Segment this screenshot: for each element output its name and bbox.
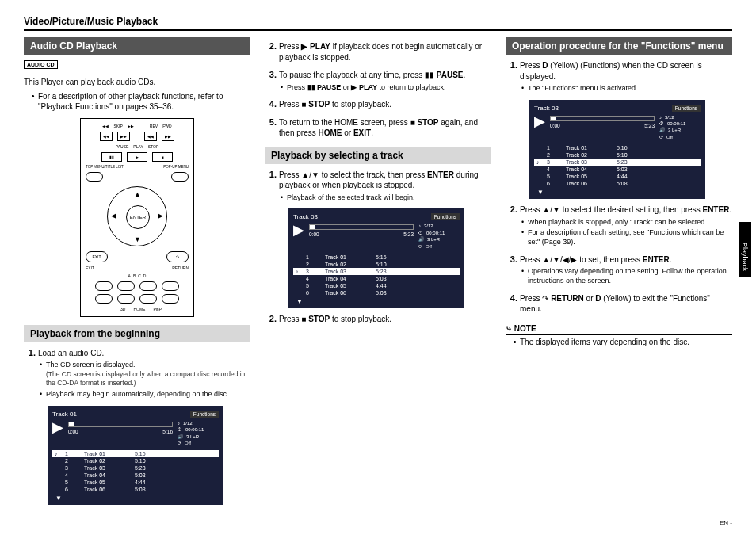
column-1: Audio CD Playback AUDIO CD This Player c… <box>24 37 250 510</box>
step-2: Press ▶ PLAY if playback does not begin … <box>279 40 491 63</box>
func-step-4: Press ↷ RETURN or D (Yellow) to exit the… <box>520 292 732 315</box>
badge-audio-cd: AUDIO CD <box>24 60 58 69</box>
step-5: To return to the HOME screen, press ■ ST… <box>279 117 491 139</box>
func-step-1: Press D (Yellow) (Functions) when the CD… <box>520 59 732 94</box>
side-tab: Playback <box>739 222 751 277</box>
cd-screen-3: Track 03Functions ▶ 0:005:23 ♪3/12⏱00:00… <box>529 100 705 200</box>
subheading-select-track: Playback by selecting a track <box>265 147 491 164</box>
intro-text: This Player can play back audio CDs. <box>24 77 250 88</box>
column-2: Press ▶ PLAY if playback does not begin … <box>265 37 491 510</box>
cd-screen-2: Track 03Functions ▶ 0:005:23 ♪3/12⏱00:00… <box>288 208 464 308</box>
remote-diagram: ◀◀ SKIP ▶▶ REV FWD ◀◀▶▶ ◀◀▶▶ PAUSE PLAY … <box>80 118 194 317</box>
func-step-2: Press ▲/▼ to select the desired setting,… <box>520 204 732 247</box>
subheading-beginning: Playback from the beginning <box>24 325 250 342</box>
track-step-2: Press ■ STOP to stop playback. <box>279 313 491 325</box>
track-step-1: Press ▲/▼ to select the track, then pres… <box>279 169 491 203</box>
step-1: Load an audio CD. The CD screen is displ… <box>38 347 250 399</box>
intro-bullet: For a description of other playback func… <box>32 91 250 112</box>
section-audio-cd: Audio CD Playback <box>24 37 250 55</box>
section-functions: Operation procedure for the "Functions" … <box>506 37 732 55</box>
step-3: To pause the playback at any time, press… <box>279 69 491 92</box>
note-text: The displayed items vary depending on th… <box>514 337 732 347</box>
column-3: Operation procedure for the "Functions" … <box>506 37 732 510</box>
page-number: EN - <box>24 519 732 526</box>
step-4: Press ■ STOP to stop playback. <box>279 98 491 110</box>
func-step-3: Press ▲/▼/◀/▶ to set, then press ENTER. … <box>520 254 732 286</box>
cd-screen-1: Track 01Functions ▶ 0:005:16 ♪1/12⏱00:00… <box>48 406 223 506</box>
page-header: Video/Picture/Music Playback <box>24 16 732 31</box>
note-label: ⤷ NOTE <box>506 323 732 335</box>
